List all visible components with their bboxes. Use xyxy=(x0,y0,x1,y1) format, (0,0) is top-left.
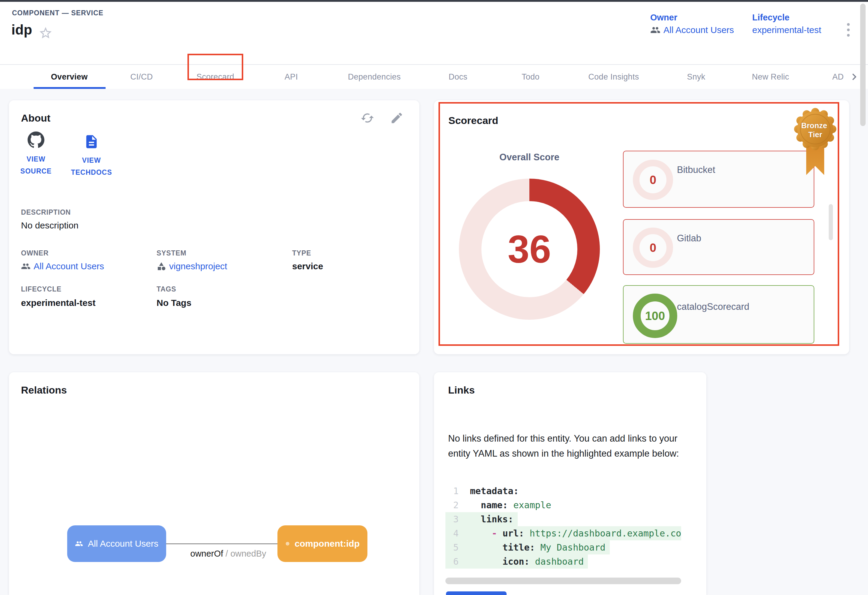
owner-block: Owner All Account Users xyxy=(650,13,734,35)
page-scrollbar[interactable] xyxy=(860,4,866,126)
bronze-tier-badge: Bronze Tier xyxy=(793,108,838,178)
annotation-box-scorecard-tab xyxy=(187,54,243,80)
entity-tabs: Overview CI/CD Scorecard API Dependencie… xyxy=(0,65,868,89)
people-icon xyxy=(21,262,31,271)
tags-field-label: TAGS xyxy=(156,285,176,293)
breadcrumb: COMPONENT — SERVICE xyxy=(12,9,103,17)
description-value: No description xyxy=(21,221,78,231)
github-icon xyxy=(28,132,44,148)
tab-dependencies[interactable]: Dependencies xyxy=(348,65,401,89)
relation-edge xyxy=(166,543,278,544)
code-line: 1metadata: xyxy=(446,484,681,498)
edit-pencil-icon[interactable] xyxy=(390,111,404,125)
view-techdocs-link[interactable]: VIEW TECHDOCS xyxy=(69,134,114,178)
links-card: Links No links defined for this entity. … xyxy=(434,372,706,595)
code-horizontal-scrollbar[interactable] xyxy=(446,577,681,584)
edge-label-secondary: ownedBy xyxy=(230,549,266,558)
about-card: About VIEW SOURCE VIEW TECHDOCS DESCRIPT… xyxy=(9,100,419,354)
type-field-value: service xyxy=(292,261,323,271)
view-techdocs-label: VIEW TECHDOCS xyxy=(69,154,114,178)
edge-label-primary: ownerOf xyxy=(190,549,223,558)
tab-todo[interactable]: Todo xyxy=(521,65,540,89)
relation-node-label: All Account Users xyxy=(88,539,158,549)
chip-icon xyxy=(285,538,290,549)
relations-card: Relations All Account Users component:id… xyxy=(9,372,419,595)
badge-line2: Tier xyxy=(808,130,822,139)
owner-field-link[interactable]: All Account Users xyxy=(21,261,104,271)
type-field-label: TYPE xyxy=(292,249,311,257)
tab-overview[interactable]: Overview xyxy=(51,65,87,89)
relations-card-title: Relations xyxy=(21,384,67,396)
tab-code-insights[interactable]: Code Insights xyxy=(589,65,639,89)
annotation-box-scorecard-card xyxy=(438,102,839,346)
refresh-icon[interactable] xyxy=(360,111,374,125)
tab-snyk[interactable]: Snyk xyxy=(687,65,705,89)
page-title: idp xyxy=(12,22,32,38)
tab-new-relic[interactable]: New Relic xyxy=(752,65,789,89)
entity-header: COMPONENT — SERVICE idp Owner All Accoun… xyxy=(0,2,868,65)
owner-value: All Account Users xyxy=(663,25,734,35)
view-source-link[interactable]: VIEW SOURCE xyxy=(18,132,54,177)
system-field-value: vigneshproject xyxy=(169,261,227,271)
owner-field-label: OWNER xyxy=(21,249,49,257)
component-page: COMPONENT — SERVICE idp Owner All Accoun… xyxy=(0,0,868,595)
system-field-link[interactable]: vigneshproject xyxy=(156,261,227,271)
active-tab-indicator xyxy=(34,87,106,89)
favorite-star-icon[interactable] xyxy=(38,26,53,40)
lifecycle-block: Lifecycle experimental-test xyxy=(752,13,821,35)
tags-field-value: No Tags xyxy=(156,298,191,308)
lifecycle-label: Lifecycle xyxy=(752,13,821,22)
system-category-icon xyxy=(156,262,166,271)
code-line-highlighted: 5 title: My Dashboard xyxy=(446,540,681,555)
code-line-highlighted: 6 icon: dashboard xyxy=(446,555,681,568)
links-footer-button[interactable] xyxy=(446,591,506,595)
relation-node-component[interactable]: component:idp xyxy=(278,525,368,562)
relation-node-owner[interactable]: All Account Users xyxy=(67,525,166,562)
tab-docs[interactable]: Docs xyxy=(449,65,468,89)
lifecycle-field-value: experimental-test xyxy=(21,298,95,308)
lifecycle-field-label: LIFECYCLE xyxy=(21,285,62,293)
about-card-title: About xyxy=(21,112,50,124)
more-options-kebab-icon[interactable] xyxy=(841,16,855,43)
scorecard-card: Scorecard Bronze Tier xyxy=(434,100,849,354)
people-icon xyxy=(650,25,660,35)
links-empty-message: No links defined for this entity. You ca… xyxy=(448,431,692,461)
tab-api[interactable]: API xyxy=(285,65,298,89)
relation-node-label: component:idp xyxy=(295,539,360,549)
owner-label: Owner xyxy=(650,13,734,22)
view-source-label: VIEW SOURCE xyxy=(18,153,54,177)
relation-edge-label: ownerOf/ownedBy xyxy=(183,549,273,559)
links-card-title: Links xyxy=(448,384,475,396)
owner-link[interactable]: All Account Users xyxy=(650,25,734,35)
document-icon xyxy=(84,134,99,149)
description-label: DESCRIPTION xyxy=(21,208,71,216)
edge-label-separator: / xyxy=(226,549,228,558)
yaml-code-example: 1metadata: 2 name: example 3 links: 4 - … xyxy=(446,484,681,568)
badge-line1: Bronze xyxy=(801,121,827,130)
tab-adrs-truncated[interactable]: AD xyxy=(832,65,844,89)
code-line-highlighted: 4 - url: https://dashboard.example.co xyxy=(446,526,681,540)
people-icon xyxy=(75,538,83,550)
lifecycle-value: experimental-test xyxy=(752,25,821,35)
tab-cicd[interactable]: CI/CD xyxy=(130,65,153,89)
code-line-highlighted: 3 links: xyxy=(446,512,681,526)
system-field-label: SYSTEM xyxy=(156,249,186,257)
owner-field-value: All Account Users xyxy=(34,261,104,271)
tabs-scroll-chevron-right-icon[interactable] xyxy=(847,70,861,83)
code-line: 2 name: example xyxy=(446,498,681,512)
